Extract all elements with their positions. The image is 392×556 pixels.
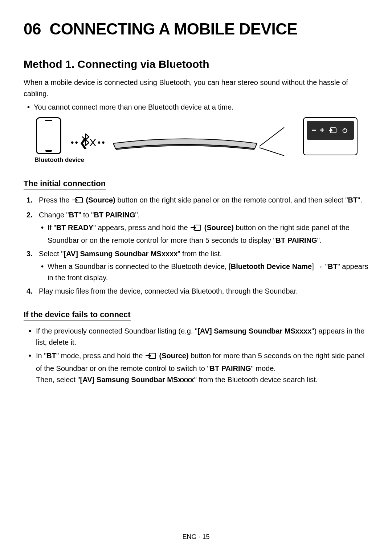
sub-heading-fails: If the device fails to connect xyxy=(24,310,131,320)
step-4: Play music files from the device, connec… xyxy=(34,286,368,297)
fail-bullet-2: In "BT" mode, press and hold the (Source… xyxy=(34,350,368,385)
soundbar-icon xyxy=(113,136,258,150)
side-panel-icon: − + xyxy=(303,117,358,155)
svg-point-0 xyxy=(220,145,230,147)
source-icon xyxy=(146,352,156,363)
plus-icon: + xyxy=(320,126,324,135)
panel-buttons: − + xyxy=(307,121,354,140)
source-icon xyxy=(191,224,201,235)
bluetooth-icon xyxy=(81,133,90,146)
step-1: Press the (Source) button on the right s… xyxy=(34,195,368,207)
mobile-device-icon xyxy=(36,117,61,154)
minus-icon: − xyxy=(311,126,316,135)
top-bullet: You cannot connect more than one Bluetoo… xyxy=(34,102,368,113)
step-3-sub: When a Soundbar is connected to the Blue… xyxy=(48,261,368,283)
fail-bullet-1: If the previously connected Soundbar lis… xyxy=(34,326,368,348)
chapter-heading: CONNECTING A MOBILE DEVICE xyxy=(49,20,297,38)
step-2: Change "BT" to "BT PAIRING". If "BT READ… xyxy=(34,209,368,246)
step-3: Select "[AV] Samsung Soundbar MSxxxx" fr… xyxy=(34,248,368,283)
source-icon xyxy=(328,127,337,134)
section-title: Method 1. Connecting via Bluetooth xyxy=(24,58,368,70)
source-icon xyxy=(72,196,83,207)
chapter-number: 06 xyxy=(24,20,41,38)
page-footer: ENG - 15 xyxy=(0,533,392,541)
sub-heading-initial: The initial connection xyxy=(24,179,106,189)
fail-bullets: If the previously connected Soundbar lis… xyxy=(24,326,368,385)
connection-illustration: ••❮X•• − + Bluetooth device xyxy=(34,117,368,161)
chapter-title: 06 CONNECTING A MOBILE DEVICE xyxy=(24,20,368,38)
connector-line xyxy=(260,124,285,156)
power-icon xyxy=(340,127,349,134)
step-2-sub: If "BT READY" appears, press and hold th… xyxy=(48,222,368,246)
initial-connection-steps: Press the (Source) button on the right s… xyxy=(24,195,368,297)
section-intro: When a mobile device is connected using … xyxy=(24,77,368,99)
illustration-caption: Bluetooth device xyxy=(34,156,84,164)
